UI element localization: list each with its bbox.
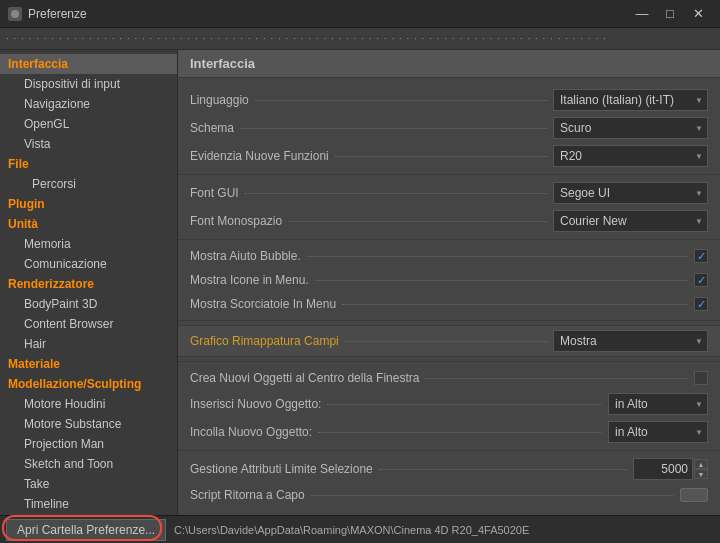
sidebar-item-projection[interactable]: Projection Man [0,434,177,454]
dropdown-linguaggio[interactable]: Italiano (Italian) (it-IT) [553,89,708,111]
sidebar-item-sketch[interactable]: Sketch and Toon [0,454,177,474]
control-icone-menu[interactable] [694,273,708,287]
sidebar-item-opengl[interactable]: OpenGL [0,114,177,134]
dropdown-font-mono[interactable]: Courier New [553,210,708,232]
label-font-mono: Font Monospazio [190,214,553,228]
control-grafico[interactable]: Mostra [553,330,708,352]
input-gestione[interactable] [633,458,693,480]
section-title: Interfaccia [178,50,720,78]
control-incolla[interactable]: in Alto [608,421,708,443]
sidebar-item-navigazione[interactable]: Navigazione [0,94,177,114]
row-crea-oggetti: Crea Nuovi Oggetti al Centro della Fines… [178,366,720,390]
sidebar-label: Timeline [24,497,69,511]
spinner-up[interactable]: ▲ [694,459,708,469]
dropdown-inserisci[interactable]: in Alto [608,393,708,415]
control-linguaggio[interactable]: Italiano (Italian) (it-IT) [553,89,708,111]
label-linguaggio: Linguaggio [190,93,553,107]
sidebar-item-materiale[interactable]: Materiale [0,354,177,374]
control-scorciatoie[interactable] [694,297,708,311]
label-crea-oggetti: Crea Nuovi Oggetti al Centro della Fines… [190,371,694,385]
checkbox-scorciatoie[interactable] [694,297,708,311]
control-nuove-funzioni[interactable]: R20 [553,145,708,167]
row-nuove-funzioni: Evidenzia Nuove Funzioni R20 [178,142,720,170]
control-schema[interactable]: Scuro [553,117,708,139]
control-font-gui[interactable]: Segoe UI [553,182,708,204]
divider-2 [178,239,720,240]
menu-dots: · · · · · · · · · · · · · · · · · · · · … [6,33,607,44]
sidebar-label: Percorsi [32,177,76,191]
divider-1 [178,174,720,175]
sidebar-label: Memoria [24,237,71,251]
sidebar-item-hair[interactable]: Hair [0,334,177,354]
sidebar-item-timeline[interactable]: Timeline [0,494,177,514]
sidebar: Interfaccia Dispositivi di input Navigaz… [0,50,178,515]
sidebar-label: Motore Substance [24,417,121,431]
title-bar: Preferenze — □ ✕ [0,0,720,28]
label-font-gui: Font GUI [190,186,553,200]
close-button[interactable]: ✕ [684,0,712,28]
sidebar-item-file[interactable]: File [0,154,177,174]
maximize-button[interactable]: □ [656,0,684,28]
row-font-gui: Font GUI Segoe UI [178,179,720,207]
control-crea-oggetti[interactable] [694,371,708,385]
open-folder-button[interactable]: Apri Cartella Preferenze... [6,519,166,541]
sidebar-item-contentbrowser[interactable]: Content Browser [0,314,177,334]
sidebar-item-dispositivi[interactable]: Dispositivi di input [0,74,177,94]
row-icone-menu: Mostra Icone in Menu. [178,268,720,292]
checkbox-aiuto-bubble[interactable] [694,249,708,263]
label-script: Script Ritorna a Capo [190,488,680,502]
control-gestione[interactable]: ▲ ▼ [633,458,708,480]
label-inserisci: Inserisci Nuovo Oggetto: [190,397,608,411]
label-icone-menu: Mostra Icone in Menu. [190,273,694,287]
sidebar-item-houdini[interactable]: Motore Houdini [0,394,177,414]
sidebar-label: Comunicazione [24,257,107,271]
sidebar-item-substance[interactable]: Motore Substance [0,414,177,434]
content-area: Interfaccia Linguaggio Italiano (Italian… [178,50,720,515]
row-incolla: Incolla Nuovo Oggetto: in Alto [178,418,720,446]
dropdown-nuove-funzioni[interactable]: R20 [553,145,708,167]
sidebar-item-bodypaint[interactable]: BodyPaint 3D [0,294,177,314]
sidebar-item-plugin[interactable]: Plugin [0,194,177,214]
row-linguaggio: Linguaggio Italiano (Italian) (it-IT) [178,86,720,114]
divider-4 [178,361,720,362]
label-nuove-funzioni: Evidenzia Nuove Funzioni [190,149,553,163]
sidebar-label: Vista [24,137,50,151]
control-script[interactable] [680,488,708,502]
divider-5 [178,450,720,451]
main-layout: Interfaccia Dispositivi di input Navigaz… [0,50,720,515]
sidebar-item-renderizzatore[interactable]: Renderizzatore [0,274,177,294]
checkbox-icone-menu[interactable] [694,273,708,287]
sidebar-label: Content Browser [24,317,113,331]
sidebar-item-comunicazione[interactable]: Comunicazione [0,254,177,274]
dropdown-schema[interactable]: Scuro [553,117,708,139]
sidebar-label: Interfaccia [8,57,68,71]
control-inserisci[interactable]: in Alto [608,393,708,415]
sidebar-label: OpenGL [24,117,69,131]
svg-point-0 [11,10,19,18]
control-aiuto-bubble[interactable] [694,249,708,263]
sidebar-label: Take [24,477,49,491]
toggle-script[interactable] [680,488,708,502]
row-font-mono: Font Monospazio Courier New [178,207,720,235]
spinner-down[interactable]: ▼ [694,469,708,479]
sidebar-item-take[interactable]: Take [0,474,177,494]
sidebar-item-unita[interactable]: Unità [0,214,177,234]
sidebar-label: Modellazione/Sculpting [8,377,141,391]
sidebar-item-interfaccia[interactable]: Interfaccia [0,54,177,74]
dropdown-font-gui[interactable]: Segoe UI [553,182,708,204]
sidebar-item-percorsi[interactable]: Percorsi [0,174,177,194]
checkbox-crea-oggetti[interactable] [694,371,708,385]
control-font-mono[interactable]: Courier New [553,210,708,232]
row-gestione: Gestione Attributi Limite Selezione ▲ ▼ [178,455,720,483]
sidebar-label: Sketch and Toon [24,457,113,471]
window-controls[interactable]: — □ ✕ [628,0,712,28]
dropdown-grafico[interactable]: Mostra [553,330,708,352]
sidebar-label: File [8,157,29,171]
minimize-button[interactable]: — [628,0,656,28]
app-icon [8,7,22,21]
sidebar-label: Unità [8,217,38,231]
sidebar-item-vista[interactable]: Vista [0,134,177,154]
sidebar-item-memoria[interactable]: Memoria [0,234,177,254]
sidebar-item-modellazione[interactable]: Modellazione/Sculpting [0,374,177,394]
dropdown-incolla[interactable]: in Alto [608,421,708,443]
